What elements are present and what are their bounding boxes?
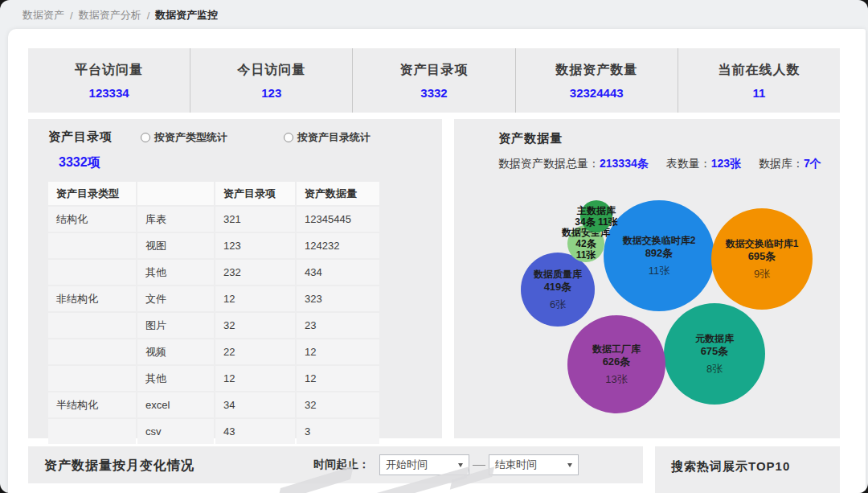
breadcrumb-separator: / — [70, 10, 73, 22]
app-frame: 数据资产 / 数据资产分析 / 数据资产监控 平台访问量123334今日访问量1… — [0, 0, 868, 493]
bubble-name: 数据交换临时库1 — [726, 238, 799, 250]
catalog-total-count: 3332项 — [59, 154, 100, 171]
bubble-数据交换临时库1[interactable]: 数据交换临时库1695条9张 — [711, 208, 813, 310]
table-cell — [48, 233, 136, 258]
table-cell: 123 — [215, 233, 295, 258]
table-cell — [48, 260, 136, 285]
time-range-connector — [473, 465, 485, 466]
table-cell — [48, 339, 136, 364]
table-cell: 32 — [215, 313, 295, 338]
radio-option-1[interactable]: 按资产目录统计 — [284, 130, 371, 145]
bubble-数据交换临时库2[interactable]: 数据交换临时库2892条11张 — [604, 200, 714, 311]
bubble-tables: 8张 — [706, 363, 723, 376]
stat-cell-4: 当前在线人数11 — [678, 48, 840, 113]
bubble-数据质量库[interactable]: 数据质量库419条6张 — [521, 253, 595, 327]
hotwords-panel: 搜索热词展示TOP10 — [655, 446, 840, 493]
stats-bar: 平台访问量123334今日访问量123资产目录项3332数据资产数量323244… — [28, 48, 840, 113]
table-row: 其他232434 — [48, 260, 379, 285]
table-row: 其他1212 — [48, 366, 379, 391]
stat-cell-3: 数据资产数量32324443 — [515, 48, 678, 113]
table-cell: 视图 — [137, 233, 214, 258]
chevron-down-icon — [458, 463, 463, 467]
bubble-records: 42条 — [575, 238, 596, 249]
breadcrumb: 数据资产 / 数据资产分析 / 数据资产监控 — [23, 7, 218, 23]
table-cell: 323 — [297, 286, 379, 311]
asset-panel: 资产数据量 数据资产数据总量：213334条表数量：123张数据库：7个 数据交… — [454, 119, 840, 438]
table-cell: 3 — [297, 419, 379, 444]
stat-value: 123334 — [89, 86, 129, 100]
stat-label: 资产目录项 — [400, 62, 469, 79]
stat-label: 平台访问量 — [75, 62, 143, 79]
stat-value: 32324443 — [570, 86, 624, 100]
table-cell: 32 — [297, 392, 379, 417]
bubble-name: 数据工厂库 — [592, 343, 641, 355]
radio-circle-icon[interactable] — [284, 133, 293, 142]
catalog-panel-title: 资产目录项 — [48, 129, 113, 145]
table-header-row: 资产目录类型资产目录项资产数据量 — [48, 182, 379, 205]
table-cell: 43 — [215, 419, 295, 444]
table-row: 非结构化文件12323 — [48, 286, 379, 311]
end-time-input[interactable]: 结束时间 — [489, 454, 579, 475]
bubble-tables: 6张 — [550, 298, 566, 311]
bubble-tables: 11张 — [576, 249, 596, 261]
stat-label: 数据资产数量 — [555, 62, 637, 79]
table-cell: excel — [137, 392, 214, 417]
radio-circle-icon[interactable] — [141, 133, 150, 142]
table-row: 结构化库表32112345445 — [48, 207, 379, 232]
stat-label: 当前在线人数 — [718, 62, 800, 79]
table-cell: 22 — [215, 339, 295, 364]
table-cell — [48, 419, 136, 444]
radio-label: 按资产目录统计 — [297, 130, 371, 145]
table-cell: 视频 — [137, 339, 214, 364]
monthly-panel-title: 资产数据量按月变化情况 — [44, 458, 194, 475]
table-cell — [48, 313, 136, 338]
stat-value: 123 — [261, 86, 281, 100]
breadcrumb-item-current: 数据资产监控 — [155, 8, 218, 23]
table-cell: 其他 — [137, 260, 214, 285]
bubble-label: 主数据库34条 11张 — [575, 205, 617, 228]
breadcrumb-item-data-asset[interactable]: 数据资产 — [23, 8, 64, 23]
bubble-records: 892条 — [645, 247, 674, 260]
table-header-cell: 资产数据量 — [297, 182, 379, 205]
table-cell: csv — [137, 419, 214, 444]
table-cell: 库表 — [137, 207, 214, 232]
bubble-name: 主数据库 — [577, 205, 616, 216]
table-cell: 半结构化 — [48, 392, 136, 417]
bubble-name: 数据交换临时库2 — [623, 235, 696, 247]
stat-cell-1: 今日访问量123 — [190, 48, 352, 113]
bubble-元数据库[interactable]: 元数据库675条8张 — [664, 303, 765, 405]
stat-value: 3332 — [420, 86, 447, 100]
radio-option-0[interactable]: 按资产类型统计 — [141, 130, 227, 145]
bubble-主数据库[interactable]: 主数据库34条 11张 — [580, 200, 612, 232]
bubble-name: 元数据库 — [695, 333, 734, 345]
table-row: 图片3223 — [48, 313, 379, 338]
bubble-records: 419条 — [544, 281, 572, 294]
bubble-values: 34条 11张 — [575, 216, 617, 228]
bubble-tables: 11张 — [649, 265, 670, 277]
table-header-cell — [137, 182, 214, 205]
table-header-cell: 资产目录项 — [215, 182, 295, 205]
bubble-tables: 13张 — [605, 373, 627, 386]
bubble-label: 数据交换临时库2892条11张 — [623, 235, 696, 277]
bubble-数据工厂库[interactable]: 数据工厂库626条13张 — [567, 315, 665, 413]
chevron-down-icon — [567, 463, 572, 467]
table-cell: 232 — [215, 260, 295, 285]
bubble-label: 元数据库675条8张 — [695, 333, 734, 376]
table-cell: 其他 — [137, 366, 214, 391]
catalog-table: 资产目录类型资产目录项资产数据量结构化库表32112345445视图123124… — [48, 182, 379, 446]
bubble-tables: 9张 — [754, 268, 770, 281]
table-cell — [48, 366, 136, 391]
table-cell: 12 — [215, 286, 295, 311]
table-cell: 12 — [215, 366, 295, 391]
breadcrumb-item-analysis[interactable]: 数据资产分析 — [79, 8, 141, 23]
start-time-placeholder: 开始时间 — [386, 458, 428, 472]
table-cell: 12 — [297, 339, 379, 364]
bubble-label: 数据工厂库626条13张 — [592, 343, 641, 386]
table-cell: 124232 — [297, 233, 379, 258]
stat-label: 今日访问量 — [237, 62, 305, 79]
bubble-name: 数据质量库 — [534, 269, 582, 281]
table-cell: 12 — [297, 366, 379, 391]
catalog-radio-group: 按资产类型统计按资产目录统计 — [141, 130, 371, 145]
table-cell: 34 — [215, 392, 295, 417]
asset-bubble-chart: 数据交换临时库2892条11张数据交换临时库1695条9张元数据库675条8张数… — [454, 119, 840, 438]
